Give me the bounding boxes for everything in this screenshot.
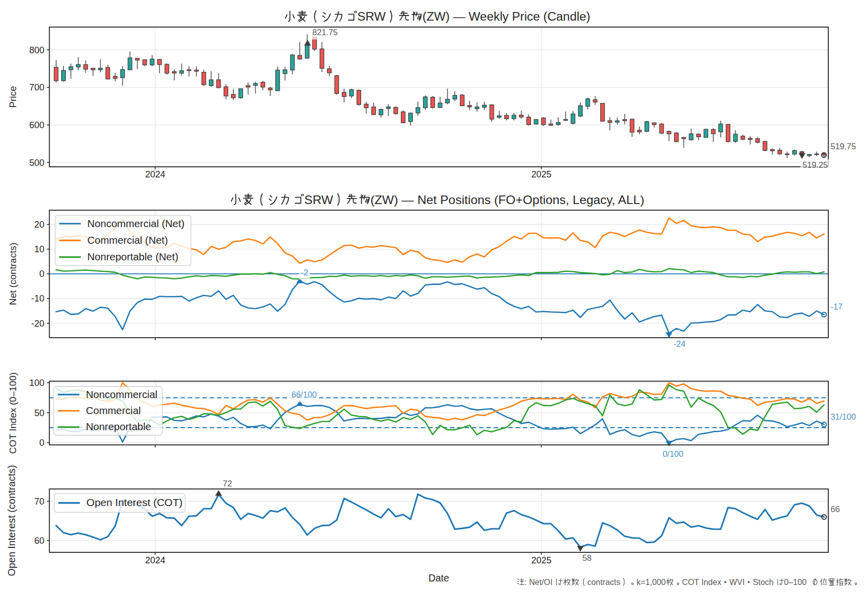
svg-text:Nonreportable: Nonreportable bbox=[86, 421, 151, 432]
svg-text:-24: -24 bbox=[674, 339, 686, 348]
svg-text:2025: 2025 bbox=[531, 169, 552, 179]
svg-text:-17: -17 bbox=[831, 302, 843, 311]
svg-text:0–100: 0–100 bbox=[784, 577, 807, 586]
svg-text:20: 20 bbox=[34, 220, 44, 230]
svg-text:Commercial: Commercial bbox=[86, 405, 141, 416]
svg-text:-20: -20 bbox=[31, 319, 44, 329]
svg-text:600: 600 bbox=[29, 120, 44, 130]
svg-text:Date: Date bbox=[428, 572, 449, 583]
svg-text:66/100: 66/100 bbox=[291, 390, 316, 399]
svg-text:(ZW) — Weekly Price (Candle): (ZW) — Weekly Price (Candle) bbox=[422, 10, 590, 23]
svg-text:WVI: WVI bbox=[729, 577, 745, 586]
svg-text:Open Interest (contracts): Open Interest (contracts) bbox=[6, 465, 17, 576]
svg-text:0: 0 bbox=[39, 438, 44, 448]
svg-text:100: 100 bbox=[29, 378, 44, 388]
svg-text:519.75: 519.75 bbox=[831, 142, 856, 151]
svg-text:72: 72 bbox=[223, 479, 232, 488]
svg-text:2025: 2025 bbox=[531, 555, 552, 565]
svg-text:31/100: 31/100 bbox=[831, 412, 856, 421]
svg-text:0: 0 bbox=[39, 269, 44, 279]
svg-text:Noncommercial: Noncommercial bbox=[86, 388, 157, 400]
svg-text:800: 800 bbox=[29, 45, 44, 55]
svg-text:-10: -10 bbox=[31, 293, 44, 304]
svg-text:70: 70 bbox=[34, 497, 44, 507]
svg-text:60: 60 bbox=[34, 536, 44, 546]
svg-text:SRW: SRW bbox=[357, 10, 385, 23]
svg-text:Price: Price bbox=[8, 86, 18, 108]
svg-text:2024: 2024 bbox=[145, 169, 165, 179]
svg-text:COT Index (0–100): COT Index (0–100) bbox=[8, 372, 18, 454]
svg-text:Commercial (Net): Commercial (Net) bbox=[87, 234, 168, 246]
svg-text:Net (contracts): Net (contracts) bbox=[8, 243, 18, 306]
svg-text:519.25: 519.25 bbox=[803, 160, 828, 169]
svg-text:10: 10 bbox=[34, 244, 44, 254]
svg-text:Stoch: Stoch bbox=[753, 577, 774, 586]
svg-text:Nonreportable (Net): Nonreportable (Net) bbox=[87, 251, 178, 262]
svg-text:700: 700 bbox=[29, 82, 44, 92]
svg-text:COT Index: COT Index bbox=[682, 577, 721, 586]
svg-text:Noncommercial (Net): Noncommercial (Net) bbox=[87, 218, 185, 229]
svg-text:0/100: 0/100 bbox=[663, 449, 683, 458]
svg-text:821.75: 821.75 bbox=[312, 28, 338, 37]
svg-text:500: 500 bbox=[29, 158, 44, 168]
svg-text:contracts: contracts bbox=[587, 577, 620, 586]
svg-text:66: 66 bbox=[831, 505, 840, 514]
svg-text:-2: -2 bbox=[301, 268, 308, 277]
svg-text:Open Interest (COT): Open Interest (COT) bbox=[86, 497, 182, 508]
svg-text:k=1,000: k=1,000 bbox=[636, 577, 666, 586]
svg-text:2024: 2024 bbox=[145, 555, 165, 565]
svg-text:58: 58 bbox=[582, 553, 591, 562]
svg-text:: Net/OI: : Net/OI bbox=[524, 577, 553, 586]
svg-text:SRW: SRW bbox=[304, 193, 334, 207]
svg-text:50: 50 bbox=[34, 408, 44, 418]
svg-text:(ZW) — Net Positions (FO+Optio: (ZW) — Net Positions (FO+Options, Legacy… bbox=[370, 193, 644, 207]
